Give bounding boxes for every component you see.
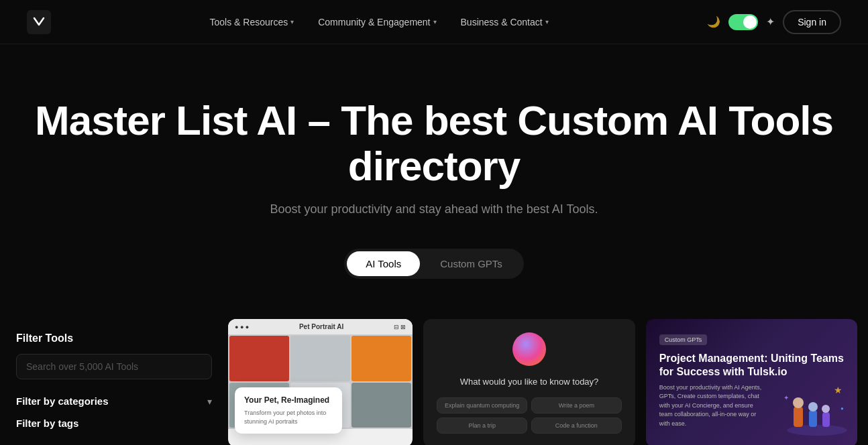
svg-rect-5 [822, 412, 830, 427]
navbar: Tools & Resources ▾ Community & Engageme… [0, 0, 868, 44]
moon-icon[interactable]: 🌙 [707, 15, 720, 28]
pet-img-6 [351, 383, 411, 428]
chat-suggestion-3[interactable]: Plan a trip [437, 418, 527, 434]
nav-item-tools-resources[interactable]: Tools & Resources ▾ [200, 11, 303, 33]
nav-item-business-contact[interactable]: Business & Contact ▾ [451, 11, 558, 33]
pet-img-3 [351, 336, 411, 381]
filter-tags-label: Filter by tags [16, 418, 212, 429]
pet-popup: Your Pet, Re-Imagined Transform your pet… [235, 387, 342, 434]
cards-area: ● ● ● Pet Portrait AI ⊟ ⊠ Your Pet, Re-I… [228, 319, 868, 445]
card-chat-ai[interactable]: What would you like to know today? Expla… [423, 319, 635, 445]
svg-text:★: ★ [834, 385, 843, 395]
pet-popup-title: Your Pet, Re-Imagined [244, 395, 333, 405]
nav-links: Tools & Resources ▾ Community & Engageme… [200, 11, 557, 33]
nav-label-business-contact: Business & Contact [461, 17, 543, 27]
theme-toggle[interactable] [728, 14, 758, 30]
hero-section: Master List AI – The best Custom AI Tool… [0, 44, 868, 319]
pet-card-dots: ● ● ● [235, 324, 249, 330]
chat-suggestions: Explain quantum computing Write a poem P… [437, 397, 621, 434]
sign-in-button[interactable]: Sign in [783, 10, 841, 34]
card-3-illustration: ★ ✦ ● [770, 373, 851, 440]
hero-title: Master List AI – The best Custom AI Tool… [27, 98, 841, 189]
filter-tools-label: Filter Tools [16, 332, 212, 344]
logo[interactable] [27, 10, 51, 34]
tab-ai-tools[interactable]: AI Tools [347, 251, 420, 276]
svg-rect-3 [809, 410, 817, 427]
tab-custom-gpts[interactable]: Custom GPTs [421, 251, 521, 276]
chevron-down-icon: ▾ [207, 396, 212, 407]
chat-suggestion-2[interactable]: Write a poem [531, 397, 622, 414]
card-pet-portrait[interactable]: ● ● ● Pet Portrait AI ⊟ ⊠ Your Pet, Re-I… [228, 319, 413, 445]
pet-card-header: ● ● ● Pet Portrait AI ⊟ ⊠ [228, 319, 413, 334]
hero-subtitle: Boost your productivity and stay ahead w… [27, 202, 841, 216]
search-input[interactable] [16, 354, 212, 379]
svg-point-4 [808, 402, 818, 411]
chevron-down-icon: ▾ [545, 18, 549, 25]
filter-categories-row[interactable]: Filter by categories ▾ [16, 395, 212, 407]
nav-item-community-engagement[interactable]: Community & Engagement ▾ [309, 11, 445, 33]
bottom-section: Filter Tools Filter by categories ▾ Filt… [0, 319, 868, 445]
svg-point-2 [793, 397, 804, 408]
chat-suggestion-4[interactable]: Code a function [531, 418, 622, 434]
svg-rect-1 [794, 407, 803, 427]
chat-orb [512, 332, 546, 366]
svg-text:●: ● [840, 405, 844, 411]
card-3-desc: Boost your productivity with AI Agents, … [659, 383, 767, 429]
logo-icon [27, 10, 51, 34]
pet-img-2 [290, 336, 350, 381]
nav-label-tools-resources: Tools & Resources [209, 17, 288, 27]
card-pet-portrait-inner: ● ● ● Pet Portrait AI ⊟ ⊠ Your Pet, Re-I… [228, 319, 413, 445]
pet-card-controls: ⊟ ⊠ [394, 324, 406, 330]
pet-card-title: Pet Portrait AI [299, 323, 343, 330]
chevron-down-icon: ▾ [433, 18, 437, 25]
filter-categories-label: Filter by categories [16, 395, 109, 407]
chat-suggestion-1[interactable]: Explain quantum computing [437, 397, 527, 414]
nav-label-community-engagement: Community & Engagement [318, 17, 430, 27]
svg-point-6 [822, 405, 830, 413]
sun-icon[interactable]: ✦ [766, 15, 775, 28]
chevron-down-icon: ▾ [290, 18, 294, 25]
pet-popup-desc: Transform your pet photos into stunning … [244, 409, 333, 426]
svg-text:✦: ✦ [783, 394, 789, 401]
nav-right: 🌙 ✦ Sign in [707, 10, 841, 34]
chat-question: What would you like to know today? [460, 377, 599, 387]
tab-group: AI Tools Custom GPTs [344, 249, 524, 279]
sidebar: Filter Tools Filter by categories ▾ Filt… [0, 319, 228, 445]
pet-img-1 [229, 336, 289, 381]
card-project-mgmt[interactable]: Custom GPTs Project Management: Uniting … [646, 319, 857, 445]
card-3-badge: Custom GPTs [659, 334, 708, 345]
